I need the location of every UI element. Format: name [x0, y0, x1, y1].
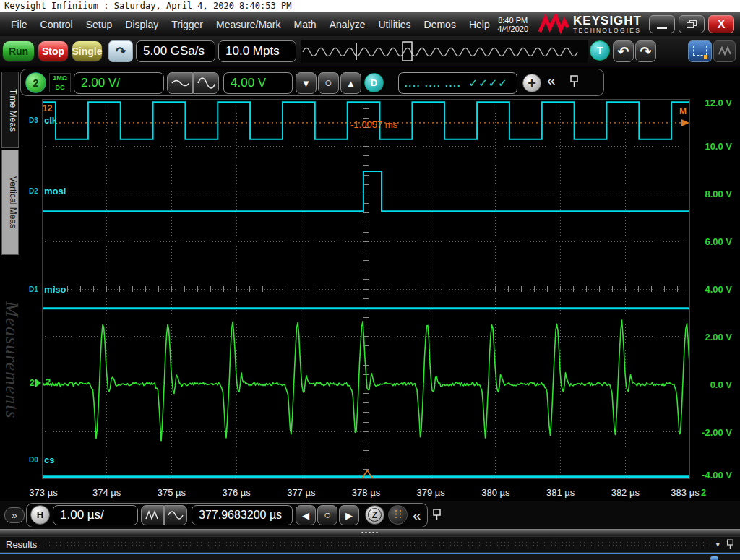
digital-channel-name-clk[interactable]: clk	[44, 115, 57, 126]
center-reference-button[interactable]: ○	[317, 505, 337, 525]
time-label-376: 376 µs	[222, 487, 250, 498]
run-button[interactable]: Run	[2, 40, 35, 62]
menu-item-analyze[interactable]: Analyze	[323, 16, 372, 33]
single-button[interactable]: Single	[72, 40, 103, 62]
pin-icon[interactable]	[726, 539, 734, 551]
timebase-scale-field[interactable]: 1.00 µs/	[53, 505, 138, 525]
time-label-380: 380 µs	[481, 487, 509, 498]
results-dropdown-icon[interactable]: ▾	[715, 540, 720, 549]
minimize-icon	[657, 27, 667, 29]
pan-right-button[interactable]: ▶	[339, 505, 359, 525]
menu-item-help[interactable]: Help	[462, 16, 496, 33]
curved-arrow-icon: ↷	[116, 44, 126, 59]
trigger-indicator[interactable]: T	[590, 40, 610, 61]
menu-items: File Control Setup Display Trigger Measu…	[0, 16, 496, 33]
menu-item-setup[interactable]: Setup	[79, 16, 119, 33]
pin-icon[interactable]	[569, 75, 579, 88]
menu-item-utilities[interactable]: Utilities	[371, 16, 417, 33]
time-label-383: 383 µs	[671, 487, 699, 498]
results-label: Results	[6, 539, 37, 550]
results-dotted-fill	[44, 541, 710, 548]
touch-redo-button[interactable]: ↷	[108, 40, 133, 62]
pan-left-button[interactable]: ◀	[296, 505, 316, 525]
horizontal-controls-group: H 1.00 µs/ 377.9683200 µs ◀ ○ ▶ Z	[26, 503, 428, 527]
digital-channel-name-mosi[interactable]: mosi	[44, 186, 66, 197]
vertical-scale-field[interactable]: 2.00 V/	[74, 72, 164, 94]
restore-icon	[687, 20, 697, 28]
marker-m-label: M	[679, 106, 687, 116]
oscilloscope-app: Keysight Infiniium : Saturday, April 4, …	[0, 0, 740, 560]
channel-2-button[interactable]: 2	[25, 72, 46, 93]
keysight-logo: KEYSIGHT TECHNOLOGIES	[538, 14, 649, 35]
time-axis: 373 µs 374 µs 375 µs 376 µs 377 µs 378 µ…	[0, 484, 740, 501]
acquisition-preview-bar[interactable]	[301, 40, 588, 63]
clock-date: 4/4/2020	[497, 25, 528, 33]
minimize-button[interactable]	[649, 15, 675, 33]
decrease-scale-button[interactable]	[167, 72, 193, 94]
menu-item-trigger[interactable]: Trigger	[165, 16, 210, 33]
menu-item-math[interactable]: Math	[288, 16, 323, 33]
region-select-button[interactable]	[688, 40, 712, 62]
time-label-382: 382 µs	[611, 487, 640, 498]
voltage-label-n4v: -4.00 V	[692, 470, 732, 481]
collapse-chevron-icon[interactable]: «	[547, 72, 556, 89]
digital-channel-select-field[interactable]: .... .... .... ✓✓✓✓	[398, 72, 517, 94]
offset-up-button[interactable]: ▲	[340, 72, 361, 94]
marker-readout: -1.0057 ms	[350, 119, 397, 130]
acquisition-toolbar: Run Stop Single ↷ 5.00 GSa/s 10.0 Mpts T…	[0, 36, 740, 66]
waveform-tool-button[interactable]	[713, 40, 736, 62]
voltage-label-n2v: -2.00 V	[692, 427, 732, 438]
digital-channel-id-d3: D3	[29, 116, 38, 124]
time-label-377: 377 µs	[287, 487, 315, 498]
vertical-offset-field[interactable]: 4.00 V	[223, 72, 293, 94]
sample-rate-field[interactable]: 5.00 GSa/s	[136, 40, 215, 62]
menu-item-measure-mark[interactable]: Measure/Mark	[210, 16, 287, 33]
tab-vertical-meas[interactable]: Vertical Meas	[1, 150, 19, 255]
zoom-in-time-button[interactable]	[164, 505, 187, 525]
collapse-chevron-icon[interactable]: «	[413, 507, 421, 524]
waveform-canvas[interactable]	[42, 99, 690, 479]
time-label-381: 381 µs	[546, 487, 575, 498]
digital-channel-name-cs[interactable]: cs	[44, 455, 54, 465]
channel-2-ground-marker[interactable]: 2	[30, 378, 41, 388]
undo-button[interactable]: ↶	[613, 40, 634, 62]
redo-button[interactable]: ↷	[635, 40, 656, 62]
stop-button[interactable]: Stop	[38, 40, 69, 62]
memory-depth-field[interactable]: 10.0 Mpts	[218, 40, 296, 62]
horizontal-button[interactable]: H	[30, 505, 50, 525]
close-button[interactable]: X	[708, 15, 734, 33]
offset-down-button[interactable]: ▼	[296, 72, 317, 94]
add-channel-button[interactable]: +	[522, 74, 541, 92]
digital-channel-id-d0: D0	[29, 456, 38, 464]
voltage-label-0v: 0.0 V	[692, 379, 732, 390]
panel-splitter[interactable]	[0, 529, 740, 536]
horizontal-position-field[interactable]: 377.9683200 µs	[192, 505, 293, 525]
tab-time-meas[interactable]: Time Meas	[1, 72, 19, 148]
coupling-indicator[interactable]: 1MΩ DC	[49, 73, 71, 92]
voltage-label-10v: 10.0 V	[692, 141, 732, 152]
horizontal-toolbar: » H 1.00 µs/ 377.9683200 µs ◀ ○ ▶ Z	[0, 501, 740, 529]
waveform-display[interactable]: 12 M -1.0057 ms	[42, 99, 690, 479]
clock-time: 8:40 PM	[497, 16, 528, 25]
pin-icon[interactable]	[431, 509, 442, 522]
expand-panel-button[interactable]: »	[4, 507, 25, 523]
zoom-out-time-button[interactable]	[141, 505, 164, 525]
markers-button[interactable]	[388, 505, 408, 525]
offset-zero-button[interactable]: ○	[318, 72, 339, 94]
zoom-mode-button[interactable]: Z	[365, 505, 384, 525]
digital-channels-button[interactable]: D	[364, 73, 384, 92]
menu-item-display[interactable]: Display	[119, 16, 165, 33]
menu-item-control[interactable]: Control	[34, 16, 79, 33]
restore-button[interactable]	[679, 15, 705, 33]
results-bar[interactable]: Results ▾	[0, 536, 740, 553]
brand-name: KEYSIGHT	[573, 15, 642, 27]
channel-setup-bar: 2 1MΩ DC 2.00 V/ 4.00 V ▼ ○ ▲	[0, 66, 740, 98]
dashed-selection-icon	[693, 46, 707, 56]
time-label-374: 374 µs	[92, 487, 121, 498]
digital-channel-name-miso[interactable]: miso	[44, 284, 66, 295]
digital-channel-id-d1: D1	[29, 285, 38, 293]
increase-scale-button[interactable]	[193, 72, 219, 94]
menu-bar: File Control Setup Display Trigger Measu…	[0, 12, 740, 36]
menu-item-demos[interactable]: Demos	[418, 16, 462, 33]
menu-item-file[interactable]: File	[4, 16, 34, 33]
